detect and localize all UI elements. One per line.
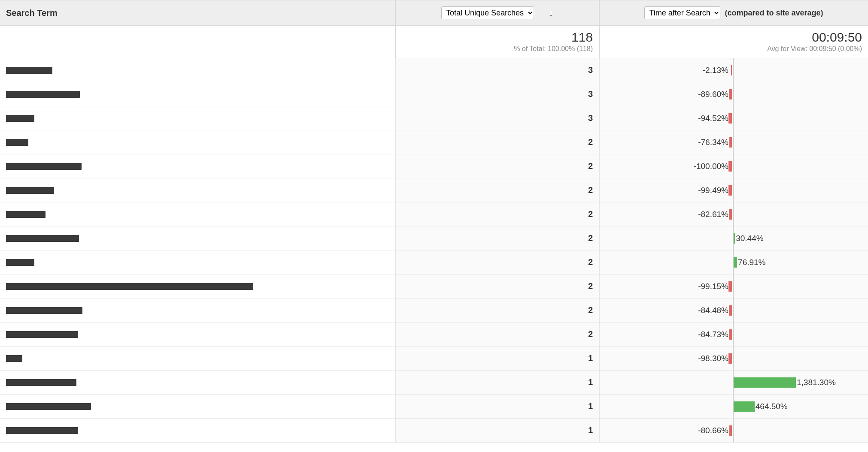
comparison-pct-label: -100.00% — [694, 162, 728, 171]
redacted-search-term — [6, 259, 34, 266]
comparison-cell: -98.30% — [599, 347, 868, 370]
table-row: 2-99.15% — [0, 274, 868, 298]
unique-searches-cell: 3 — [395, 106, 599, 130]
search-term-cell[interactable] — [0, 58, 395, 82]
comparison-bar-positive — [734, 401, 755, 412]
unique-searches-cell: 2 — [395, 250, 599, 274]
redacted-search-term — [6, 163, 82, 170]
comparison-note: (compared to site average) — [725, 9, 823, 18]
comparison-bar-wrap: -80.66% — [600, 419, 868, 442]
comparison-axis — [733, 202, 734, 226]
search-term-cell[interactable] — [0, 419, 395, 442]
redacted-search-term — [6, 235, 79, 242]
redacted-search-term — [6, 211, 46, 218]
search-term-cell[interactable] — [0, 226, 395, 250]
search-term-cell[interactable] — [0, 130, 395, 154]
comparison-cell: -84.48% — [599, 298, 868, 322]
comparison-bar-wrap: -94.52% — [600, 106, 868, 130]
search-term-cell[interactable] — [0, 178, 395, 202]
comparison-axis — [733, 274, 734, 298]
comparison-pct-label: -89.60% — [698, 90, 728, 99]
comparison-pct-label: -84.73% — [698, 330, 728, 339]
comparison-pct-label: -2.13% — [703, 66, 728, 75]
comparison-axis — [733, 298, 734, 322]
comparison-bar-wrap: 76.91% — [600, 250, 868, 274]
col-header-search-term-label: Search Term — [6, 8, 58, 18]
unique-searches-cell: 1 — [395, 395, 599, 418]
search-term-cell[interactable] — [0, 274, 395, 298]
comparison-axis — [733, 154, 734, 178]
comparison-pct-label: 464.50% — [756, 402, 788, 411]
redacted-search-term — [6, 115, 34, 122]
comparison-pct-label: -82.61% — [698, 210, 728, 219]
comparison-pct-label: 76.91% — [738, 258, 765, 267]
comparison-cell: -99.15% — [599, 274, 868, 298]
table-row: 3-2.13% — [0, 58, 868, 82]
unique-searches-value: 1 — [588, 353, 593, 363]
unique-searches-value: 2 — [588, 257, 593, 267]
unique-searches-cell: 2 — [395, 130, 599, 154]
unique-searches-cell: 1 — [395, 419, 599, 442]
comparison-bar-positive — [734, 257, 737, 268]
search-term-cell[interactable] — [0, 106, 395, 130]
comparison-bar-wrap: -76.34% — [600, 130, 868, 154]
summary-searches-value: 118 — [571, 30, 593, 44]
comparison-cell: -89.60% — [599, 82, 868, 106]
redacted-search-term — [6, 307, 82, 314]
comparison-select[interactable]: Time after Search — [644, 6, 720, 19]
comparison-bar-wrap: -89.60% — [600, 82, 868, 106]
comparison-cell: -76.34% — [599, 130, 868, 154]
comparison-cell: -84.73% — [599, 322, 868, 346]
search-term-cell[interactable] — [0, 202, 395, 226]
table-row: 2-84.73% — [0, 322, 868, 347]
unique-searches-value: 1 — [588, 401, 593, 411]
search-term-cell[interactable] — [0, 395, 395, 418]
table-row: 2-82.61% — [0, 202, 868, 226]
comparison-axis — [733, 347, 734, 370]
unique-searches-value: 1 — [588, 377, 593, 387]
unique-searches-cell: 1 — [395, 371, 599, 394]
unique-searches-value: 2 — [588, 209, 593, 219]
unique-searches-cell: 1 — [395, 347, 599, 370]
comparison-bar-negative — [729, 209, 732, 220]
comparison-cell: 464.50% — [599, 395, 868, 418]
comparison-bar-negative — [728, 353, 732, 364]
comparison-cell: 30.44% — [599, 226, 868, 250]
search-term-cell[interactable] — [0, 371, 395, 394]
table-row: 3-94.52% — [0, 106, 868, 130]
search-term-cell[interactable] — [0, 154, 395, 178]
metric-select[interactable]: Total Unique Searches — [441, 6, 534, 19]
search-term-cell[interactable] — [0, 82, 395, 106]
unique-searches-cell: 2 — [395, 274, 599, 298]
comparison-axis — [733, 82, 734, 106]
search-term-cell[interactable] — [0, 347, 395, 370]
summary-time-cell: 00:09:50 Avg for View: 00:09:50 (0.00%) — [599, 26, 868, 58]
unique-searches-cell: 2 — [395, 202, 599, 226]
table-row: 276.91% — [0, 250, 868, 274]
unique-searches-cell: 2 — [395, 298, 599, 322]
comparison-cell: -82.61% — [599, 202, 868, 226]
sort-descending-icon[interactable]: ↓ — [549, 7, 553, 18]
search-term-cell[interactable] — [0, 322, 395, 346]
search-term-cell[interactable] — [0, 250, 395, 274]
col-header-search-term[interactable]: Search Term — [0, 0, 395, 25]
comparison-bar-wrap: -84.73% — [600, 322, 868, 346]
comparison-pct-label: -76.34% — [698, 138, 728, 147]
summary-searches-cell: 118 % of Total: 100.00% (118) — [395, 26, 599, 58]
table-row: 1464.50% — [0, 395, 868, 419]
comparison-bar-wrap: -84.48% — [600, 298, 868, 322]
comparison-axis — [733, 322, 734, 346]
comparison-axis — [733, 419, 734, 442]
table-row: 2-99.49% — [0, 178, 868, 202]
table-row: 3-89.60% — [0, 82, 868, 106]
unique-searches-value: 2 — [588, 137, 593, 147]
unique-searches-value: 2 — [588, 161, 593, 171]
unique-searches-cell: 2 — [395, 322, 599, 346]
summary-time-value: 00:09:50 — [812, 30, 862, 44]
comparison-bar-wrap: 1,381.30% — [600, 371, 868, 394]
comparison-cell: -100.00% — [599, 154, 868, 178]
search-term-cell[interactable] — [0, 298, 395, 322]
redacted-search-term — [6, 427, 78, 434]
table-row: 2-84.48% — [0, 298, 868, 322]
comparison-bar-wrap: -99.49% — [600, 178, 868, 202]
